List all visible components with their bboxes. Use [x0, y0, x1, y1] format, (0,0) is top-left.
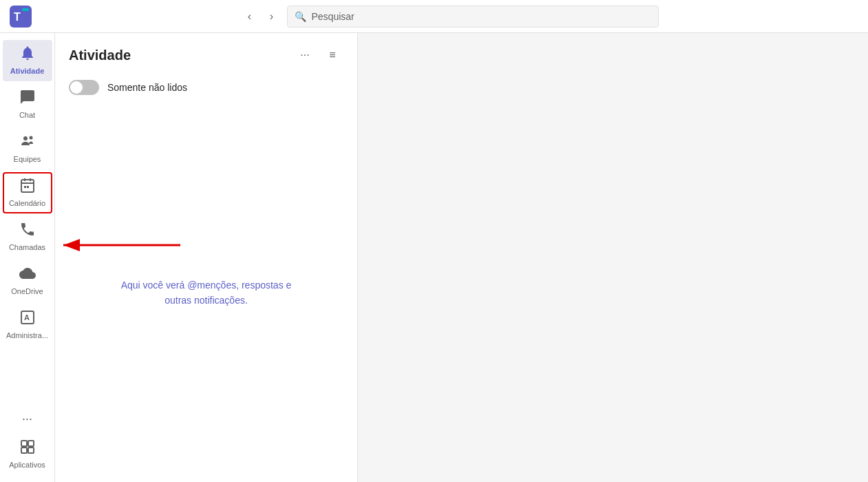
svg-rect-9 [24, 186, 26, 188]
teams-logo: T [8, 4, 33, 29]
sidebar-item-onedrive[interactable]: OneDrive [3, 260, 52, 302]
sidebar-label-onedrive: OneDrive [11, 287, 43, 296]
apps-icon [19, 439, 36, 458]
svg-rect-10 [27, 186, 29, 188]
filter-row: Somente não lidos [55, 72, 357, 103]
main-layout: Atividade Chat Equipes [0, 33, 868, 482]
cloud-icon [19, 265, 36, 284]
admin-icon: A [19, 309, 36, 328]
empty-state-text: Aqui você verá @menções, respostas e out… [110, 277, 303, 308]
svg-point-4 [29, 136, 32, 140]
forward-button[interactable]: › [262, 7, 282, 26]
empty-state: Aqui você verá @menções, respostas e out… [55, 103, 357, 482]
more-button[interactable]: ··· [3, 405, 52, 432]
sidebar-item-equipes[interactable]: Equipes [3, 128, 52, 169]
svg-rect-2 [22, 8, 29, 11]
unread-toggle[interactable] [69, 80, 99, 95]
search-bar[interactable]: 🔍 Pesquisar [287, 6, 659, 28]
chat-icon [19, 89, 36, 108]
svg-point-3 [23, 136, 28, 140]
sidebar-item-chamadas[interactable]: Chamadas [3, 216, 52, 258]
more-options-button[interactable]: ··· [294, 44, 316, 66]
phone-icon [19, 221, 36, 240]
sidebar-label-equipes: Equipes [14, 155, 41, 164]
activity-panel: Atividade ··· ≡ Somente não lidos Aqui v… [55, 33, 358, 482]
sidebar-label-calendario: Calendário [9, 199, 45, 208]
activity-header: Atividade ··· ≡ [55, 33, 357, 72]
search-icon: 🔍 [295, 11, 306, 22]
svg-rect-13 [21, 441, 27, 446]
sidebar-item-aplicativos[interactable]: Aplicativos [3, 434, 52, 475]
sidebar-label-chamadas: Chamadas [9, 243, 45, 252]
sidebar: Atividade Chat Equipes [0, 33, 55, 482]
top-bar: T ‹ › 🔍 Pesquisar [0, 0, 868, 33]
sidebar-item-calendario[interactable]: Calendário [3, 172, 52, 213]
sidebar-label-chat: Chat [19, 111, 35, 120]
filter-button[interactable]: ≡ [321, 44, 343, 66]
nav-arrows: ‹ › [240, 7, 282, 26]
unread-filter-label: Somente não lidos [107, 82, 187, 93]
toggle-knob [70, 81, 83, 94]
activity-title: Atividade [69, 48, 288, 63]
sidebar-item-atividade[interactable]: Atividade [3, 40, 52, 81]
svg-text:T: T [14, 11, 21, 23]
back-button[interactable]: ‹ [240, 7, 260, 26]
svg-rect-16 [28, 448, 34, 453]
sidebar-label-aplicativos: Aplicativos [9, 461, 45, 470]
sidebar-item-administra[interactable]: A Administra... [3, 304, 52, 346]
svg-rect-14 [28, 441, 34, 446]
svg-rect-15 [21, 448, 27, 453]
sidebar-label-administra: Administra... [6, 331, 48, 340]
teams-icon [19, 133, 36, 152]
search-placeholder: Pesquisar [312, 11, 354, 22]
sidebar-item-chat[interactable]: Chat [3, 84, 52, 125]
sidebar-label-atividade: Atividade [10, 67, 45, 76]
bell-icon [19, 45, 36, 64]
content-area [358, 33, 868, 482]
calendar-icon [19, 177, 36, 196]
svg-text:A: A [24, 313, 30, 322]
